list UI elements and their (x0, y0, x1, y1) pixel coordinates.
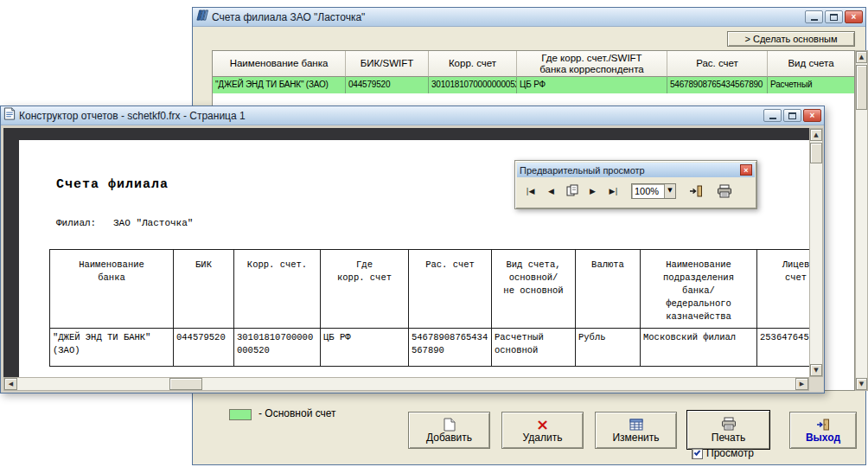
report-document-icon (3, 107, 16, 124)
report-cell-type: Расчетный основной (492, 329, 576, 367)
delete-button-label: Удалить (523, 432, 563, 444)
close-icon[interactable]: × (803, 109, 821, 122)
scroll-up-icon[interactable]: ▲ (810, 129, 822, 141)
exit-door-icon (816, 417, 830, 432)
scroll-left-icon[interactable]: ◀ (4, 378, 17, 390)
make-primary-button[interactable]: > Сделать основным (727, 31, 855, 47)
grid-row-primary-account[interactable]: "ДЖЕЙ ЭНД ТИ БАНК" (ЗАО) 044579520 30101… (213, 77, 854, 93)
report-horizontal-scrollbar[interactable]: ◀ ▶ (3, 377, 809, 391)
grid-header-row: Наименование банка БИК/SWIFT Корр. счет … (213, 51, 854, 77)
print-button-label: Печать (712, 432, 745, 444)
preview-toolbar-title: Предварительный просмотр (520, 165, 645, 176)
report-cell-personal-account: 253647645 (757, 329, 810, 367)
preview-checkbox-label: Просмотр (706, 447, 754, 459)
report-window-title: Конструктор отчетов - schetkf0.frx - Стр… (19, 110, 760, 122)
grid-header-corr-account[interactable]: Корр. счет (429, 51, 517, 77)
print-button[interactable]: Печать (686, 410, 770, 450)
preview-checkbox-row: Просмотр (692, 447, 754, 459)
exit-button[interactable]: Выход (789, 412, 857, 449)
preview-toolbar-titlebar[interactable]: Предварительный просмотр × (517, 163, 755, 177)
report-cell-corr: 30101810700000 000520 (234, 329, 321, 367)
zoom-value: 100% (632, 186, 664, 196)
report-cell-division: Московский филиал (641, 329, 757, 367)
report-designer-window: Конструктор отчетов - schetkf0.frx - Стр… (0, 106, 825, 393)
add-button[interactable]: Добавить (408, 412, 490, 449)
new-document-icon (444, 417, 456, 432)
report-header-division: Наименование подразделения банка/ федера… (641, 250, 757, 329)
scroll-thumb[interactable] (169, 378, 202, 390)
close-icon[interactable]: × (845, 10, 863, 23)
report-cell-bik: 044579520 (174, 329, 234, 367)
maximize-icon[interactable] (825, 10, 843, 23)
next-page-icon[interactable]: ▶ (583, 182, 603, 200)
last-page-icon[interactable]: ▶| (603, 182, 623, 200)
zoom-dropdown-icon[interactable]: ▼ (664, 184, 675, 198)
grid-cell-settlement-account[interactable]: 54678908765434567890 (667, 77, 768, 93)
edit-button-label: Изменить (612, 432, 659, 444)
primary-account-color-swatch (229, 409, 252, 420)
report-header-currency: Валюта (576, 250, 641, 329)
bank-accounts-icon (195, 9, 208, 25)
minimize-icon[interactable] (805, 10, 823, 23)
report-header-corr: Корр. счет. (234, 250, 321, 329)
exit-button-label: Выход (806, 432, 840, 444)
scroll-up-icon[interactable]: ▲ (856, 51, 867, 63)
primary-account-legend: - Основной счет (258, 407, 336, 419)
grid-cell-corr-account[interactable]: 30101810700000000520 (429, 77, 517, 93)
minimize-icon[interactable] (763, 109, 782, 122)
check-icon (694, 449, 701, 456)
grid-cell-account-type[interactable]: Расчетный (768, 77, 854, 93)
first-page-icon[interactable]: |◀ (520, 182, 540, 200)
report-window-titlebar[interactable]: Конструктор отчетов - schetkf0.frx - Стр… (1, 106, 824, 125)
previous-page-icon[interactable]: ◀ (541, 182, 561, 200)
grid-header-bik-swift[interactable]: БИК/SWIFT (346, 51, 429, 77)
report-header-row: Наименование банка БИК Корр. счет. Где к… (50, 250, 810, 329)
accounts-window-title: Счета филиала ЗАО "Ласточка" (212, 11, 801, 23)
report-branch-line: Филиал: ЗАО "Ласточка" (56, 218, 193, 228)
report-table: Наименование банка БИК Корр. счет. Где к… (49, 249, 809, 367)
grid-header-settlement-account[interactable]: Рас. счет (667, 51, 768, 77)
grid-vertical-scrollbar[interactable]: ▲ ▼ (855, 50, 868, 391)
report-header-bik: БИК (174, 250, 234, 329)
preview-toolbar-buttons: |◀ ◀ ▶ ▶| 100% ▼ (517, 177, 755, 200)
close-preview-icon[interactable] (685, 182, 705, 200)
report-cell-settlement: 54678908765434 567890 (409, 329, 492, 367)
goto-page-icon[interactable] (562, 182, 582, 200)
scroll-down-icon[interactable]: ▼ (856, 378, 867, 390)
grid-header-corr-where[interactable]: Где корр. счет./SWIFT банка корреспонден… (517, 51, 667, 77)
grid-header-account-type[interactable]: Вид счета (768, 51, 854, 77)
grid-header-bank-name[interactable]: Наименование банка (213, 51, 346, 77)
scrollbar-corner (809, 377, 823, 391)
report-header-bank: Наименование банка (50, 250, 174, 329)
report-data-row: "ДЖЕЙ ЭНД ТИ БАНК" (ЗАО) 044579520 30101… (50, 329, 810, 367)
add-button-label: Добавить (426, 432, 472, 444)
report-heading: Счета филиала (56, 177, 169, 192)
scroll-thumb[interactable] (810, 143, 822, 163)
delete-button[interactable]: × Удалить (501, 412, 584, 449)
scroll-right-icon[interactable]: ▶ (795, 378, 808, 390)
report-header-personal-account: Лицев счет (757, 250, 810, 329)
grid-cell-corr-where[interactable]: ЦБ РФ (517, 77, 667, 93)
scroll-thumb[interactable] (856, 65, 867, 110)
report-cell-corr-where: ЦБ РФ (321, 329, 409, 367)
grid-cell-bik-swift[interactable]: 044579520 (346, 77, 429, 93)
preview-close-icon[interactable]: × (740, 164, 752, 176)
print-report-icon[interactable] (714, 182, 735, 200)
accounts-window-titlebar[interactable]: Счета филиала ЗАО "Ласточка" × (193, 8, 865, 27)
report-header-settlement: Рас. счет (409, 250, 492, 329)
preview-toolbar: Предварительный просмотр × |◀ ◀ ▶ ▶| 100… (514, 160, 757, 209)
scroll-down-icon[interactable]: ▼ (810, 364, 822, 376)
preview-checkbox[interactable] (692, 448, 703, 459)
report-cell-bank: "ДЖЕЙ ЭНД ТИ БАНК" (ЗАО) (50, 329, 174, 367)
report-header-corr-where: Где корр. счет (321, 250, 409, 329)
report-vertical-scrollbar[interactable]: ▲ ▼ (809, 128, 823, 377)
maximize-icon[interactable] (783, 109, 801, 122)
zoom-combobox[interactable]: 100% ▼ (631, 183, 676, 199)
report-header-type: Вид счета, основной/ не основной (492, 250, 576, 329)
report-cell-currency: Рубль (576, 329, 641, 367)
grid-cell-bank-name[interactable]: "ДЖЕЙ ЭНД ТИ БАНК" (ЗАО) (213, 77, 346, 93)
delete-cross-icon: × (536, 417, 549, 432)
edit-table-icon (629, 417, 643, 432)
printer-icon (721, 417, 737, 432)
edit-button[interactable]: Изменить (595, 412, 677, 449)
